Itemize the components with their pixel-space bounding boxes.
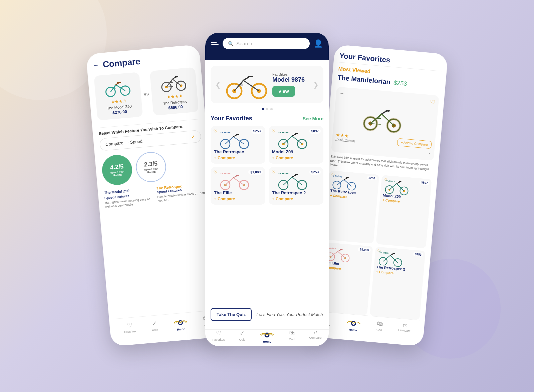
price-badge-4: $253 bbox=[309, 170, 321, 175]
quiz-button[interactable]: Take The Quiz bbox=[211, 308, 252, 321]
dropdown-text: Compare — Speed bbox=[105, 139, 143, 147]
fav-card-retrospec: ♡ 5 Colors $25 bbox=[211, 126, 265, 164]
center-favorites-icon: ♡ bbox=[216, 330, 221, 337]
right-nav-home[interactable]: Home bbox=[345, 317, 361, 332]
dot-2[interactable] bbox=[266, 108, 268, 110]
center-nav-cart[interactable]: 🛍 Cart bbox=[289, 330, 295, 343]
speed-features: The Model Z90 Speed Features Hard grips … bbox=[104, 182, 207, 209]
svg-rect-46 bbox=[295, 133, 298, 134]
prev-arrow[interactable]: ❮ bbox=[215, 81, 221, 89]
back-arrow[interactable]: ← bbox=[92, 61, 100, 69]
center-cart-icon: 🛍 bbox=[289, 330, 295, 337]
svg-line-53 bbox=[233, 178, 244, 185]
small-heart-2[interactable]: ♡ bbox=[383, 177, 387, 182]
rating2-label: Speed TestRating bbox=[144, 167, 159, 174]
price-badge-3: $1,089 bbox=[248, 170, 263, 175]
plus-icon-4: + bbox=[272, 197, 274, 201]
small-price-2: $897 bbox=[419, 180, 430, 185]
svg-line-7 bbox=[113, 88, 116, 88]
favorites-grid: ♡ 5 Colors $25 bbox=[211, 126, 323, 205]
center-quiz-label: Quiz bbox=[239, 338, 246, 341]
add-compare-button[interactable]: + Add to Compare bbox=[397, 138, 432, 149]
plus-icon-2: + bbox=[272, 156, 274, 160]
fav-name-4: The Retrospec 2 bbox=[272, 190, 320, 195]
compare-title: Compare bbox=[102, 56, 141, 70]
vs-label: vs bbox=[144, 91, 149, 97]
featured-right-arrow[interactable]: → bbox=[426, 150, 431, 156]
compare-btn-4[interactable]: + Compare bbox=[272, 197, 320, 201]
right-cart-label: Cart bbox=[376, 328, 382, 332]
svg-text:5 Colors: 5 Colors bbox=[278, 172, 289, 175]
nav-home[interactable]: Home bbox=[173, 317, 188, 332]
nav-favorites[interactable]: ♡ Favorites bbox=[123, 321, 137, 336]
phone-main: 🔍 Search 👤 ❮ bbox=[205, 33, 329, 346]
svg-text:5 Colors: 5 Colors bbox=[278, 131, 289, 134]
rating1-label: Speed TestRating bbox=[110, 170, 125, 177]
favorites-icon: ♡ bbox=[127, 322, 133, 329]
compare-header: ← Compare bbox=[92, 52, 195, 71]
dropdown-check-icon: ✓ bbox=[191, 133, 196, 140]
phone-compare: ← Compare bbox=[86, 44, 224, 346]
carousel-dots bbox=[211, 108, 323, 110]
svg-line-106 bbox=[383, 255, 390, 262]
price-badge-2: $897 bbox=[309, 129, 321, 134]
compare-btn-1[interactable]: + Compare bbox=[214, 156, 262, 160]
search-bar[interactable]: 🔍 Search bbox=[223, 38, 310, 49]
compare-btn-2[interactable]: + Compare bbox=[272, 156, 320, 160]
featured-right-card: ← ♡ bbox=[331, 87, 439, 161]
fav-name-1: The Retrospec bbox=[214, 149, 262, 154]
svg-rect-62 bbox=[295, 174, 298, 175]
next-arrow[interactable]: ❯ bbox=[313, 81, 319, 89]
nav-quiz[interactable]: ✓ Quiz bbox=[151, 319, 158, 333]
center-nav-compare[interactable]: ⇄ Compare bbox=[309, 330, 321, 343]
svg-rect-55 bbox=[236, 175, 239, 176]
quiz-icon: ✓ bbox=[152, 319, 157, 327]
svg-rect-28 bbox=[248, 76, 253, 77]
featured-bike-card: ❮ bbox=[211, 66, 323, 103]
svg-line-81 bbox=[337, 179, 344, 186]
right-compare-icon: ⇄ bbox=[403, 322, 407, 328]
small-card-retrospec: ♡ 5 Colors $253 The Retrospe bbox=[323, 170, 379, 244]
center-nav-home[interactable]: Home bbox=[260, 330, 274, 343]
featured-left-arrow[interactable]: ← bbox=[339, 90, 344, 96]
center-quiz-icon: ✓ bbox=[240, 330, 245, 337]
right-nav-cart[interactable]: 🛍 Cart bbox=[376, 320, 383, 334]
feature-col-1: The Model Z90 Speed Features Hard grips … bbox=[104, 187, 154, 209]
svg-line-99 bbox=[330, 251, 337, 257]
price-badge-1: $253 bbox=[251, 129, 263, 134]
center-bottom-nav: ♡ Favorites ✓ Quiz bbox=[205, 326, 329, 346]
center-home-label: Home bbox=[263, 340, 271, 343]
feature-col-2: The Retrospec Speed Features Handle brea… bbox=[157, 182, 207, 204]
user-icon[interactable]: 👤 bbox=[314, 39, 323, 48]
svg-line-34 bbox=[225, 137, 233, 144]
featured-info: Fat Bikes Model 9876 View bbox=[272, 72, 309, 97]
center-nav-quiz[interactable]: ✓ Quiz bbox=[239, 330, 246, 343]
svg-line-90 bbox=[389, 183, 397, 190]
dot-3[interactable] bbox=[270, 108, 273, 110]
svg-text:5 Colors: 5 Colors bbox=[220, 172, 231, 175]
right-cart-icon: 🛍 bbox=[376, 320, 383, 327]
featured-view-btn[interactable]: View bbox=[272, 86, 295, 97]
dot-1[interactable] bbox=[262, 108, 264, 110]
featured-heart[interactable]: ♡ bbox=[430, 98, 436, 106]
featured-category: Fat Bikes bbox=[272, 72, 309, 76]
center-body: ❮ bbox=[205, 60, 329, 326]
right-compare-label: Compare bbox=[398, 328, 411, 333]
bike-card-z90: ★★★☆ The Model Z90 $276.00 bbox=[94, 72, 143, 120]
center-nav-favorites[interactable]: ♡ Favorites bbox=[213, 330, 225, 343]
see-more-link[interactable]: See More bbox=[303, 116, 323, 121]
small-heart-4[interactable]: ♡ bbox=[377, 249, 381, 254]
small-heart-1[interactable]: ♡ bbox=[331, 172, 335, 177]
compare-btn-3[interactable]: + Compare bbox=[214, 197, 262, 201]
svg-line-35 bbox=[233, 137, 244, 144]
center-compare-icon: ⇄ bbox=[313, 330, 317, 335]
mandelorian-price: $253 bbox=[393, 79, 408, 87]
rating-green: 4.2/5 Speed TestRating bbox=[101, 154, 134, 186]
small-bikes-grid: ♡ 5 Colors $253 The Retrospe bbox=[317, 170, 432, 320]
quiz-banner: Take The Quiz Let's Find You, Your Perfe… bbox=[211, 303, 323, 326]
right-nav-compare[interactable]: ⇄ Compare bbox=[398, 322, 411, 337]
hamburger-menu[interactable] bbox=[211, 42, 219, 45]
featured-name: Model 9876 bbox=[272, 76, 309, 83]
center-favorites-label: Favorites bbox=[213, 338, 225, 341]
center-header: 🔍 Search 👤 bbox=[205, 33, 329, 60]
